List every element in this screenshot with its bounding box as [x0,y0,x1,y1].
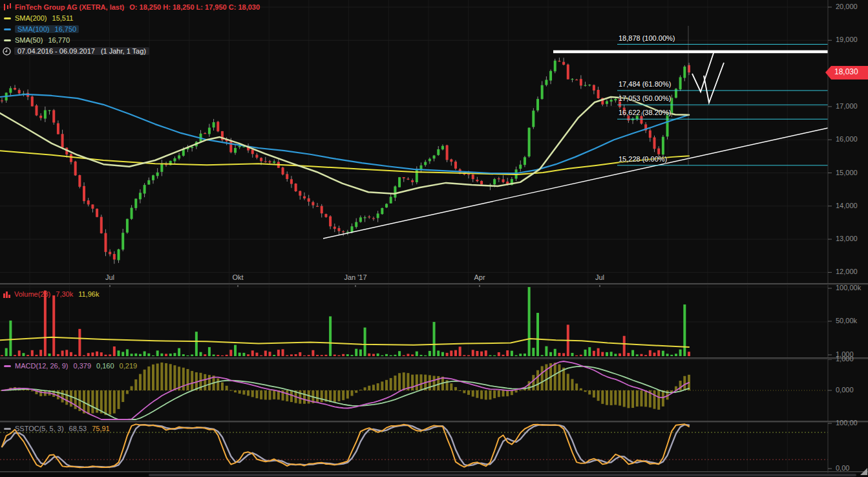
date-range-interval: (1 Jahr, 1 Tag) [101,47,146,55]
sma200-value: 15,511 [52,14,74,22]
legend-sma200-row[interactable]: SMA(200) 15,511 [3,13,260,23]
sstoc-label: SSTOC(5, 5, 3) [15,425,64,432]
trading-chart-window: 18,878 (100.00%)17,484 (61.80%)17,053 (5… [0,0,868,477]
resize-grip-icon[interactable] [860,468,867,475]
date-range-value: 07.04.2016 - 06.09.2017 [17,47,95,55]
panel-divider[interactable] [0,357,868,359]
volume-value: 7,30k [56,290,73,298]
sma50-value: 16,770 [48,36,70,44]
volume-ma-value: 11,96k [78,290,99,298]
macd-label: MACD(12, 26, 9) [15,362,69,370]
macd-swatch-icon [4,365,11,367]
price-legend: FinTech Group AG (XETRA, last) O: 18,250… [3,2,260,57]
scrollbar-handle[interactable] [149,474,856,476]
chart-canvas[interactable] [0,0,868,477]
legend-sma100-row[interactable]: SMA(100) 16,750 [3,24,260,34]
symbol-title: FinTech Group AG (XETRA, last) [15,3,124,11]
macd-signal-value: 0,160 [96,362,114,370]
panel-divider[interactable] [0,283,868,285]
symbol-ohlc: O: 18,250 H: 18,250 L: 17,950 C: 18,030 [129,3,260,11]
symbol-legend-row[interactable]: FinTech Group AG (XETRA, last) O: 18,250… [3,2,260,12]
macd-value: 0,379 [74,362,92,370]
sstoc-legend[interactable]: SSTOC(5, 5, 3) 68,53 75,91 [3,423,110,434]
volume-legend[interactable]: Volume(28) 7,30k 11,96k [3,289,99,300]
macd-legend[interactable]: MACD(12, 26, 9) 0,379 0,160 0,219 [3,361,137,372]
macd-hist-value: 0,219 [120,362,138,370]
sma100-label: SMA(100) [17,25,50,33]
sstoc-swatch-icon [4,428,11,430]
legend-sma50-row[interactable]: SMA(50) 16,770 [3,35,260,45]
candlestick-icon [3,3,12,11]
sma100-swatch-icon [4,28,11,30]
volume-bars-icon [3,291,11,298]
sma200-swatch-icon [4,17,11,19]
horizontal-scrollbar[interactable] [0,473,868,477]
sma100-value: 16,750 [55,25,77,33]
sma200-label: SMA(200) [15,14,47,22]
sstoc-k-value: 75,91 [92,425,110,432]
panel-divider[interactable] [0,421,868,423]
sma50-label: SMA(50) [15,36,43,44]
volume-label: Volume(28) [14,290,50,298]
date-range-row[interactable]: 07.04.2016 - 06.09.2017 (1 Jahr, 1 Tag) [3,46,260,56]
clock-icon [3,47,11,56]
sma50-swatch-icon [4,39,11,41]
panel-divider [0,471,868,472]
sstoc-d-value: 68,53 [69,425,87,432]
